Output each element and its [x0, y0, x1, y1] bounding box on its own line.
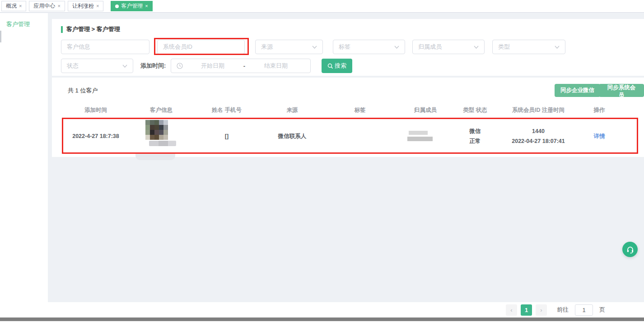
cell-type-status: 微信 正常 [455, 126, 495, 146]
scrollbar-fragment [0, 31, 1, 42]
cell-source: 微信联系人 [261, 133, 324, 140]
type-placeholder: 类型 [498, 43, 510, 51]
avatar-pixel [159, 135, 163, 140]
tab-overview[interactable]: 概况 × [1, 1, 26, 11]
end-date-placeholder: 结束日期 [247, 62, 305, 70]
headset-icon [626, 245, 635, 254]
status-placeholder: 状态 [67, 62, 79, 70]
tag-select[interactable]: 标签 [333, 40, 405, 54]
breadcrumb-accent-bar [61, 26, 63, 33]
customer-service-fab[interactable] [622, 242, 638, 257]
avatar-pixel [163, 125, 168, 130]
avatar-pixel [145, 120, 150, 125]
avatar-pixel [159, 120, 163, 125]
avatar-pixel [163, 120, 168, 125]
chevron-down-icon [394, 46, 399, 49]
avatar-pixel [154, 120, 159, 125]
avatar-pixel [154, 125, 159, 130]
tab-fans-growth[interactable]: 让利涨粉 × [68, 1, 103, 11]
tab-customer-management[interactable]: 客户管理 × [111, 1, 152, 11]
table-row: 2022-4-27 18:7:38 [] 微信联系人 微信 正常 1440 20… [52, 118, 644, 154]
page-number-current[interactable]: 1 [521, 304, 532, 316]
header-owner: 归属成员 [396, 106, 455, 114]
chevron-down-icon [312, 46, 317, 49]
detail-link[interactable]: 详情 [594, 133, 605, 139]
close-icon[interactable]: × [19, 4, 22, 9]
prev-page-button[interactable]: ‹ [506, 304, 517, 316]
cell-register-time: 2022-04-27 18:07:41 [495, 136, 581, 146]
avatar-pixel [145, 130, 150, 135]
avatar-pixel [150, 135, 154, 140]
next-page-button[interactable]: › [536, 304, 547, 316]
avatar-pixel [163, 135, 168, 140]
member-id-input[interactable]: 系统会员ID [157, 40, 245, 54]
chevron-down-icon [474, 46, 479, 49]
total-count-text: 共 1 位客户 [68, 87, 98, 95]
tag-placeholder: 标签 [339, 43, 350, 51]
customer-info-placeholder: 客户信息 [67, 43, 90, 51]
header-name-phone: 姓名 手机号 [193, 106, 261, 114]
cell-name-phone: [] [193, 133, 261, 139]
goto-label: 前往 [557, 306, 569, 314]
member-id-placeholder: 系统会员ID [163, 43, 192, 51]
active-dot-icon [115, 5, 119, 8]
header-customer-info: 客户信息 [130, 106, 193, 114]
sync-member-button[interactable]: 同步系统会员 [599, 84, 644, 97]
owner-placeholder: 归属成员 [418, 43, 442, 51]
date-range-picker[interactable]: 开始日期 - 结束日期 [171, 59, 311, 73]
close-icon[interactable]: × [96, 4, 99, 9]
customer-info-input[interactable]: 客户信息 [61, 40, 149, 54]
range-separator: - [242, 63, 247, 69]
avatar-pixel [150, 130, 154, 135]
header-action: 操作 [581, 106, 617, 114]
sidebar-item-customer-management[interactable]: 客户管理 [0, 13, 48, 28]
chevron-down-icon [122, 64, 127, 68]
header-add-time: 添加时间 [62, 106, 130, 114]
sidebar: 客户管理 [0, 13, 48, 322]
blurred-owner-line1 [409, 131, 428, 135]
source-select[interactable]: 来源 [255, 40, 323, 54]
header-member-id-register: 系统会员ID 注册时间 [495, 106, 581, 114]
header-tag: 标签 [324, 106, 396, 114]
owner-select[interactable]: 归属成员 [412, 40, 485, 54]
tab-label: 客户管理 [121, 2, 143, 10]
table-header-row: 添加时间 客户信息 姓名 手机号 来源 标签 归属成员 类型 状态 系统会员ID… [52, 105, 644, 115]
search-button[interactable]: 搜索 [322, 59, 352, 73]
close-icon[interactable]: × [145, 4, 148, 9]
avatar-pixel [154, 130, 159, 135]
horizontal-scrollbar-thumb[interactable] [0, 317, 644, 321]
clock-icon [177, 63, 183, 69]
avatar-pixel [145, 135, 150, 140]
chevron-down-icon [555, 46, 560, 49]
add-time-label: 添加时间: [140, 59, 166, 73]
cell-add-time: 2022-4-27 18:7:38 [62, 133, 130, 139]
goto-page-input[interactable] [575, 304, 593, 316]
avatar-pixel [150, 120, 154, 125]
cell-action: 详情 [581, 133, 617, 140]
horizontal-scrollbar-track [0, 317, 644, 322]
header-source: 来源 [261, 106, 324, 114]
avatar-pixel [159, 130, 163, 135]
blurred-nickname-overflow [135, 152, 175, 160]
start-date-placeholder: 开始日期 [184, 62, 242, 70]
tab-app-center[interactable]: 应用中心 × [29, 1, 65, 11]
blurred-owner-line2 [407, 137, 433, 141]
breadcrumb-text: 客户管理 > 客户管理 [66, 25, 120, 33]
avatar-pixel [145, 125, 150, 130]
tab-label: 概况 [6, 2, 17, 10]
sync-wecom-button[interactable]: 同步企业微信 [555, 84, 600, 97]
cell-member-id: 1440 [495, 126, 581, 136]
status-select[interactable]: 状态 [61, 59, 133, 73]
customer-avatar [145, 120, 168, 140]
tab-bar: 概况 × 应用中心 × 让利涨粉 × 客户管理 × [0, 0, 644, 13]
tab-label: 让利涨粉 [72, 2, 94, 10]
header-type-status: 类型 状态 [455, 106, 495, 114]
close-icon[interactable]: × [57, 4, 60, 9]
cell-status: 正常 [455, 136, 495, 146]
avatar-pixel [154, 135, 159, 140]
type-select[interactable]: 类型 [492, 40, 565, 54]
source-placeholder: 来源 [261, 43, 273, 51]
blurred-nickname [149, 141, 176, 146]
customer-table-panel: 共 1 位客户 同步企业微信 同步系统会员 添加时间 客户信息 姓名 手机号 来… [52, 78, 644, 157]
cell-type: 微信 [455, 126, 495, 136]
